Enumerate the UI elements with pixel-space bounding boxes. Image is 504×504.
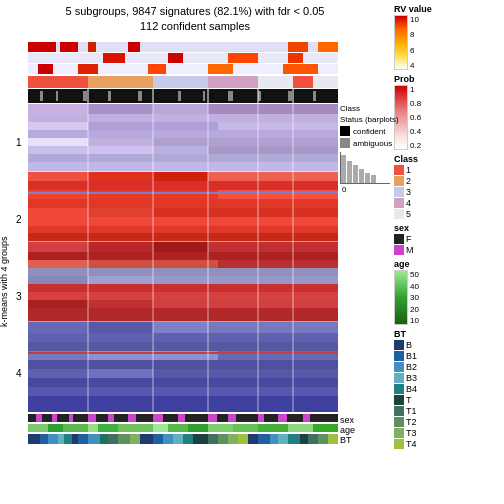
- svg-rect-185: [278, 434, 288, 444]
- prob-legend-title: Prob: [394, 74, 500, 84]
- svg-rect-9: [168, 53, 183, 63]
- svg-rect-65: [153, 172, 208, 181]
- svg-rect-110: [28, 360, 338, 369]
- svg-rect-178: [208, 434, 218, 444]
- svg-rect-148: [63, 424, 88, 432]
- rv-legend: RV value 10 8 6 4: [394, 4, 500, 70]
- legend-area: RV value 10 8 6 4 Prob 1 0.8 0.6: [390, 0, 504, 504]
- bt-b2-row: B2: [394, 362, 500, 372]
- bt-b4-row: B4: [394, 384, 500, 394]
- svg-rect-15: [148, 64, 166, 74]
- svg-rect-43: [28, 104, 88, 114]
- svg-rect-96: [88, 300, 153, 308]
- bt-b-row: B: [394, 340, 500, 350]
- svg-rect-111: [28, 369, 88, 378]
- bt-b-label: B: [406, 340, 412, 350]
- svg-rect-163: [58, 434, 64, 444]
- ambiguous-swatch: [340, 138, 350, 148]
- rv-gradient: [394, 15, 408, 70]
- rv-ticks: 10 8 6 4: [410, 15, 419, 70]
- svg-rect-14: [78, 64, 98, 74]
- bt-b2-swatch: [394, 362, 404, 372]
- svg-rect-117: [28, 352, 338, 354]
- svg-rect-94: [28, 292, 338, 300]
- bt-t3-label: T3: [406, 428, 417, 438]
- svg-rect-27: [56, 91, 58, 101]
- svg-rect-76: [28, 226, 338, 233]
- svg-rect-172: [140, 434, 153, 444]
- bt-b4-swatch: [394, 384, 404, 394]
- svg-rect-31: [178, 91, 181, 101]
- svg-rect-73: [88, 208, 153, 217]
- svg-rect-10: [228, 53, 258, 63]
- svg-rect-140: [264, 414, 278, 422]
- svg-rect-50: [218, 122, 338, 130]
- class-label: Class: [340, 104, 420, 113]
- svg-rect-71: [28, 199, 338, 208]
- svg-rect-57: [153, 146, 208, 154]
- svg-rect-17: [283, 64, 318, 74]
- svg-rect-103: [153, 322, 208, 333]
- group-label-2: 2: [16, 214, 22, 225]
- svg-rect-121: [52, 414, 57, 422]
- svg-rect-20: [153, 76, 208, 88]
- bt-legend-title: BT: [394, 329, 500, 339]
- svg-rect-157: [258, 424, 288, 432]
- bt-b1-swatch: [394, 351, 404, 361]
- svg-rect-2: [60, 42, 78, 52]
- svg-rect-128: [114, 414, 128, 422]
- rv-tick-4: 4: [410, 61, 419, 70]
- svg-rect-33: [228, 91, 233, 101]
- svg-rect-190: [328, 434, 338, 444]
- svg-rect-175: [173, 434, 183, 444]
- bt-t4-label: T4: [406, 439, 417, 449]
- bt-t1-swatch: [394, 406, 404, 416]
- age-tick-30: 30: [410, 293, 419, 302]
- svg-rect-169: [108, 434, 118, 444]
- bt-t-swatch: [394, 395, 404, 405]
- svg-rect-142: [287, 414, 303, 422]
- svg-rect-32: [203, 91, 205, 101]
- svg-rect-181: [238, 434, 248, 444]
- svg-rect-23: [293, 76, 313, 88]
- svg-rect-75: [28, 217, 338, 226]
- svg-rect-68: [28, 190, 88, 199]
- svg-rect-146: [28, 424, 48, 432]
- svg-rect-123: [69, 414, 73, 422]
- svg-rect-168: [100, 434, 108, 444]
- bt-b3-row: B3: [394, 373, 500, 383]
- bar-1: [341, 155, 346, 183]
- age-tick-20: 20: [410, 305, 419, 314]
- svg-rect-98: [28, 308, 338, 322]
- bt-t2-row: T2: [394, 417, 500, 427]
- svg-rect-135: [208, 414, 217, 422]
- class-5-swatch: [394, 209, 404, 219]
- svg-rect-52: [28, 138, 88, 146]
- age-tick-50: 50: [410, 270, 419, 279]
- svg-rect-8: [103, 53, 125, 63]
- svg-rect-36: [313, 91, 316, 101]
- svg-rect-11: [288, 53, 303, 63]
- svg-rect-129: [128, 414, 136, 422]
- svg-rect-70: [218, 190, 338, 199]
- svg-rect-138: [236, 414, 258, 422]
- svg-rect-159: [313, 424, 338, 432]
- class-5-label: 5: [406, 209, 411, 219]
- svg-rect-78: [28, 192, 338, 194]
- sex-m-row: M: [394, 245, 500, 255]
- svg-rect-155: [208, 424, 233, 432]
- svg-rect-51: [28, 130, 338, 138]
- svg-rect-171: [130, 434, 140, 444]
- svg-rect-187: [300, 434, 308, 444]
- svg-rect-154: [188, 424, 208, 432]
- svg-rect-150: [98, 424, 118, 432]
- svg-rect-74: [153, 208, 338, 217]
- svg-rect-116: [28, 396, 338, 412]
- main-container: 5 subgroups, 9847 signatures (82.1%) wit…: [0, 0, 504, 504]
- svg-rect-174: [163, 434, 173, 444]
- age-gradient: [394, 270, 408, 325]
- bt-b-swatch: [394, 340, 404, 350]
- ambiguous-label: ambiguous: [353, 139, 392, 148]
- svg-rect-101: [28, 322, 88, 333]
- svg-rect-153: [168, 424, 188, 432]
